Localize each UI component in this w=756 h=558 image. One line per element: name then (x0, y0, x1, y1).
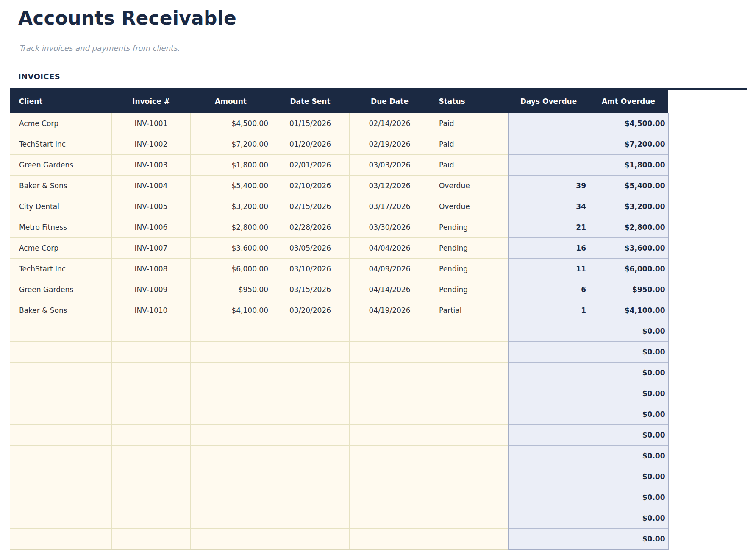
cell-date_sent: 02/10/2026 (271, 176, 350, 196)
cell-amount (191, 363, 271, 383)
cell-date_sent: 03/05/2026 (271, 238, 350, 259)
cell-client (10, 342, 112, 363)
cell-date_sent: 02/15/2026 (271, 196, 350, 217)
cell-amount: $5,400.00 (191, 176, 271, 196)
cell-date_sent (271, 466, 350, 487)
column-header-status: Status (430, 90, 509, 113)
cell-amt_overdue: $950.00 (589, 279, 668, 300)
cell-amt_overdue: $0.00 (589, 383, 668, 404)
cell-amount (191, 342, 271, 363)
cell-client: TechStart Inc (10, 134, 112, 155)
cell-status: Paid (430, 134, 509, 155)
cell-invoice (112, 508, 191, 529)
cell-amount (191, 404, 271, 425)
page-title: Accounts Receivable (18, 8, 756, 29)
cell-client (10, 404, 112, 425)
table-row: Acme CorpINV-1007$3,600.0003/05/202604/0… (10, 238, 668, 259)
empty-table-row: $0.00 (10, 363, 668, 383)
cell-invoice: INV-1001 (112, 113, 191, 134)
page-subtitle: Track invoices and payments from clients… (19, 44, 756, 53)
cell-date_sent (271, 529, 350, 550)
column-header-due_date: Due Date (350, 90, 430, 113)
cell-status (430, 383, 509, 404)
cell-due_date: 02/14/2026 (350, 113, 430, 134)
cell-amt_overdue: $0.00 (589, 446, 668, 466)
cell-amount: $7,200.00 (191, 134, 271, 155)
cell-client (10, 425, 112, 446)
cell-due_date: 03/03/2026 (350, 155, 430, 176)
cell-client (10, 383, 112, 404)
cell-days_overdue (509, 446, 589, 466)
cell-status (430, 425, 509, 446)
cell-amount (191, 383, 271, 404)
cell-date_sent: 02/01/2026 (271, 155, 350, 176)
cell-date_sent (271, 425, 350, 446)
cell-client: Baker & Sons (10, 300, 112, 321)
cell-date_sent (271, 383, 350, 404)
cell-status: Pending (430, 279, 509, 300)
cell-client (10, 321, 112, 342)
table-row: Baker & SonsINV-1010$4,100.0003/20/20260… (10, 300, 668, 321)
cell-amt_overdue: $0.00 (589, 321, 668, 342)
cell-days_overdue: 11 (509, 259, 589, 279)
cell-date_sent (271, 508, 350, 529)
cell-invoice (112, 425, 191, 446)
cell-days_overdue (509, 155, 589, 176)
cell-amount: $2,800.00 (191, 217, 271, 238)
cell-days_overdue: 21 (509, 217, 589, 238)
cell-amt_overdue: $0.00 (589, 363, 668, 383)
cell-days_overdue (509, 113, 589, 134)
cell-days_overdue (509, 383, 589, 404)
cell-amt_overdue: $0.00 (589, 425, 668, 446)
cell-client: Acme Corp (10, 113, 112, 134)
table-row: Metro FitnessINV-1006$2,800.0002/28/2026… (10, 217, 668, 238)
cell-amt_overdue: $0.00 (589, 529, 668, 550)
cell-due_date (350, 363, 430, 383)
cell-due_date (350, 466, 430, 487)
empty-table-row: $0.00 (10, 425, 668, 446)
cell-status (430, 404, 509, 425)
cell-date_sent: 03/10/2026 (271, 259, 350, 279)
cell-invoice (112, 342, 191, 363)
cell-amount (191, 466, 271, 487)
cell-status (430, 529, 509, 550)
cell-date_sent (271, 487, 350, 508)
cell-date_sent (271, 404, 350, 425)
cell-status: Partial (430, 300, 509, 321)
column-header-days_overdue: Days Overdue (509, 90, 589, 113)
cell-amt_overdue: $1,800.00 (589, 155, 668, 176)
column-header-date_sent: Date Sent (271, 90, 350, 113)
empty-table-row: $0.00 (10, 342, 668, 363)
table-row: TechStart IncINV-1008$6,000.0003/10/2026… (10, 259, 668, 279)
cell-amt_overdue: $0.00 (589, 508, 668, 529)
page: Accounts Receivable Track invoices and p… (0, 0, 756, 558)
cell-due_date: 03/17/2026 (350, 196, 430, 217)
cell-amount (191, 529, 271, 550)
cell-amount: $3,600.00 (191, 238, 271, 259)
invoices-table-body: Acme CorpINV-1001$4,500.0001/15/202602/1… (10, 113, 668, 550)
cell-invoice: INV-1009 (112, 279, 191, 300)
table-row: Acme CorpINV-1001$4,500.0001/15/202602/1… (10, 113, 668, 134)
cell-due_date: 04/19/2026 (350, 300, 430, 321)
cell-client: Baker & Sons (10, 176, 112, 196)
cell-status (430, 466, 509, 487)
column-header-amount: Amount (191, 90, 271, 113)
section-label-invoices: INVOICES (18, 72, 756, 81)
cell-invoice (112, 529, 191, 550)
cell-due_date (350, 487, 430, 508)
cell-date_sent: 03/15/2026 (271, 279, 350, 300)
cell-due_date (350, 383, 430, 404)
table-row: Green GardensINV-1003$1,800.0002/01/2026… (10, 155, 668, 176)
cell-invoice: INV-1008 (112, 259, 191, 279)
table-row: TechStart IncINV-1002$7,200.0001/20/2026… (10, 134, 668, 155)
cell-date_sent: 01/15/2026 (271, 113, 350, 134)
cell-amount (191, 321, 271, 342)
cell-date_sent (271, 446, 350, 466)
cell-invoice (112, 363, 191, 383)
cell-amount: $4,500.00 (191, 113, 271, 134)
cell-amt_overdue: $3,600.00 (589, 238, 668, 259)
cell-invoice: INV-1007 (112, 238, 191, 259)
empty-table-row: $0.00 (10, 529, 668, 550)
column-header-amt_overdue: Amt Overdue (589, 90, 668, 113)
cell-days_overdue (509, 342, 589, 363)
